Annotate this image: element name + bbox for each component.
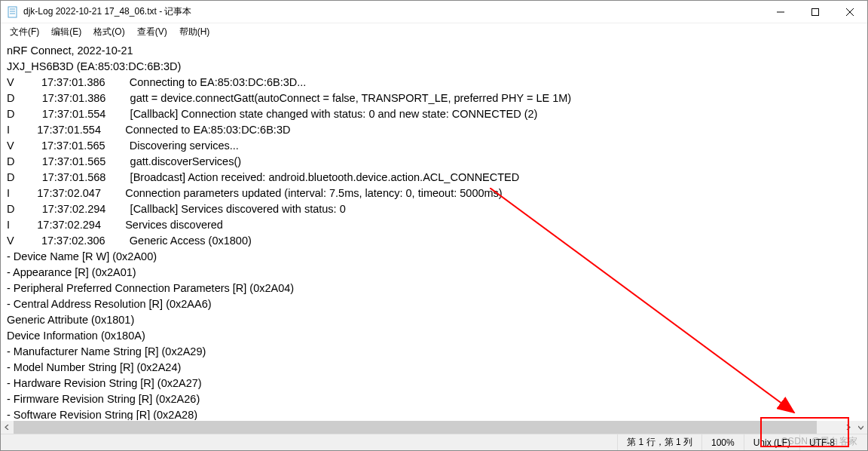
window-controls — [763, 1, 867, 23]
watermark: CSDN @黑白客家 — [781, 435, 858, 448]
text-line: - Appearance [R] (0x2A01) — [7, 265, 861, 281]
text-line: nRF Connect, 2022-10-21 — [7, 43, 861, 59]
menu-help[interactable]: 帮助(H) — [173, 24, 216, 40]
horizontal-scrollbar[interactable] — [1, 421, 854, 434]
text-line: I 17:37:02.047 Connection parameters upd… — [7, 186, 861, 201]
text-line: D 17:37:01.554 [Callback] Connection sta… — [7, 106, 861, 122]
text-line: - Software Revision String [R] (0x2A28) — [7, 407, 861, 420]
window-title: djk-Log 2022-10-21 17_48_06.txt - 记事本 — [23, 5, 763, 18]
text-line: D 17:37:01.386 gatt = device.connectGatt… — [7, 91, 861, 106]
close-button[interactable] — [833, 1, 867, 23]
text-line: - Firmware Revision String [R] (0x2A26) — [7, 391, 861, 407]
menu-format[interactable]: 格式(O) — [87, 24, 130, 40]
scroll-right-button[interactable] — [842, 421, 854, 434]
text-line: D 17:37:01.565 gatt.discoverServices() — [7, 154, 861, 170]
text-line: V 17:37:01.565 Discovering services... — [7, 138, 861, 154]
menu-view[interactable]: 查看(V) — [131, 24, 173, 40]
status-zoom: 100% — [701, 434, 744, 450]
text-line: I 17:37:02.294 Services discovered — [7, 217, 861, 233]
svg-rect-0 — [8, 7, 17, 17]
text-line: - Peripheral Preferred Connection Parame… — [7, 281, 861, 296]
text-line: V 17:37:01.386 Connecting to EA:85:03:DC… — [7, 75, 861, 91]
text-line: I 17:37:01.554 Connected to EA:85:03:DC:… — [7, 122, 861, 138]
minimize-button[interactable] — [763, 1, 798, 23]
text-line: - Device Name [R W] (0x2A00) — [7, 249, 861, 265]
text-line: JXJ_HS6B3D (EA:85:03:DC:6B:3D) — [7, 59, 861, 75]
menu-file[interactable]: 文件(F) — [4, 24, 45, 40]
scroll-left-button[interactable] — [1, 421, 14, 434]
menubar: 文件(F) 编辑(E) 格式(O) 查看(V) 帮助(H) — [1, 23, 867, 40]
text-line: Generic Attribute (0x1801) — [7, 312, 861, 328]
maximize-button[interactable] — [798, 1, 833, 23]
scroll-down-button[interactable] — [854, 421, 867, 434]
text-line: - Model Number String [R] (0x2A24) — [7, 360, 861, 376]
text-line: - Central Address Resolution [R] (0x2AA6… — [7, 296, 861, 312]
svg-rect-5 — [812, 9, 819, 16]
scroll-track[interactable] — [14, 421, 842, 434]
scroll-thumb[interactable] — [14, 421, 817, 434]
text-line: D 17:37:01.568 [Broadcast] Action receiv… — [7, 170, 861, 186]
text-line: V 17:37:02.306 Generic Access (0x1800) — [7, 233, 861, 249]
notepad-icon — [7, 6, 19, 18]
text-line: D 17:37:02.294 [Callback] Services disco… — [7, 201, 861, 217]
status-position: 第 1 行，第 1 列 — [617, 434, 701, 450]
statusbar: 第 1 行，第 1 列 100% Unix (LF) UTF-8 — [1, 434, 867, 450]
menu-edit[interactable]: 编辑(E) — [45, 24, 87, 40]
text-line: - Manufacturer Name String [R] (0x2A29) — [7, 344, 861, 360]
text-area[interactable]: nRF Connect, 2022-10-21JXJ_HS6B3D (EA:85… — [1, 40, 867, 420]
text-line: Device Information (0x180A) — [7, 328, 861, 344]
titlebar: djk-Log 2022-10-21 17_48_06.txt - 记事本 — [1, 1, 867, 23]
text-line: - Hardware Revision String [R] (0x2A27) — [7, 376, 861, 391]
